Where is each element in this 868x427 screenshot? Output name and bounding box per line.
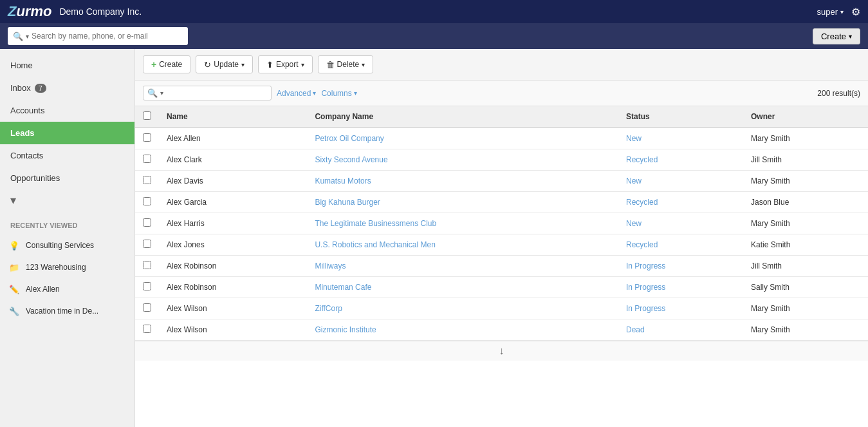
recent-item-consulting[interactable]: 💡 Consulting Services (0, 234, 134, 256)
row-checkbox[interactable] (143, 176, 151, 184)
row-name: Alex Davis (159, 171, 307, 192)
row-checkbox[interactable] (143, 155, 151, 163)
row-checkbox[interactable] (143, 303, 151, 312)
table-row: Alex Allen Petrox Oil Company New Mary S… (135, 128, 868, 149)
row-owner: Mary Smith (743, 128, 868, 149)
row-company[interactable]: Gizmonic Institute (307, 319, 618, 341)
row-name: Alex Wilson (159, 319, 307, 341)
sidebar-item-label: Home (10, 61, 33, 70)
row-checkbox-cell[interactable] (135, 213, 159, 234)
row-company[interactable]: Kumatsu Motors (307, 171, 618, 192)
delete-button[interactable]: 🗑 Delete ▾ (318, 55, 374, 73)
row-checkbox-cell[interactable] (135, 234, 159, 256)
row-company[interactable]: The Legitimate Businessmens Club (307, 213, 618, 234)
table-row: Alex Garcia Big Kahuna Burger Recycled J… (135, 192, 868, 213)
row-company[interactable]: Big Kahuna Burger (307, 192, 618, 213)
row-checkbox-cell[interactable] (135, 298, 159, 319)
advanced-button[interactable]: Advanced ▾ (277, 89, 316, 98)
row-company[interactable]: U.S. Robotics and Mechanical Men (307, 234, 618, 256)
row-status: New (618, 213, 743, 234)
row-status: In Progress (618, 277, 743, 298)
search-input-wrap[interactable]: 🔍 ▾ (8, 27, 188, 45)
table-row: Alex Wilson Gizmonic Institute Dead Mary… (135, 319, 868, 341)
scroll-indicator: ↓ (135, 341, 868, 361)
sidebar-item-label: Inbox (10, 83, 31, 93)
search-input[interactable] (32, 32, 183, 41)
row-company[interactable]: ZiffCorp (307, 298, 618, 319)
row-name: Alex Garcia (159, 192, 307, 213)
row-checkbox[interactable] (143, 218, 151, 227)
row-status: Dead (618, 319, 743, 341)
col-owner: Owner (743, 106, 868, 128)
delete-icon: 🗑 (326, 60, 335, 70)
row-owner: Jill Smith (743, 256, 868, 277)
row-name: Alex Harris (159, 213, 307, 234)
create-button[interactable]: + Create (143, 55, 190, 73)
row-checkbox-cell[interactable] (135, 256, 159, 277)
row-checkbox[interactable] (143, 240, 151, 248)
user-menu[interactable]: super ▾ (817, 7, 844, 17)
update-chevron: ▾ (241, 61, 245, 68)
row-owner: Mary Smith (743, 213, 868, 234)
export-icon: ⬆ (266, 60, 273, 70)
row-company[interactable]: Sixty Second Avenue (307, 149, 618, 171)
row-checkbox[interactable] (143, 261, 151, 269)
col-status: Status (618, 106, 743, 128)
sidebar-item-home[interactable]: Home (0, 54, 134, 77)
row-company[interactable]: Milliways (307, 256, 618, 277)
logo: Zurmo (8, 3, 51, 20)
sidebar-item-label: Accounts (10, 106, 44, 115)
row-checkbox-cell[interactable] (135, 171, 159, 192)
row-owner: Jason Blue (743, 192, 868, 213)
recently-viewed-label: Recently Viewed (0, 216, 134, 234)
row-checkbox-cell[interactable] (135, 277, 159, 298)
col-name: Name (159, 106, 307, 128)
row-status: In Progress (618, 298, 743, 319)
sidebar: Home Inbox 7 Accounts Leads Contacts Opp… (0, 49, 135, 427)
row-checkbox-cell[interactable] (135, 128, 159, 149)
recent-item-alex-allen[interactable]: ✏️ Alex Allen (0, 278, 134, 300)
columns-button[interactable]: Columns ▾ (321, 89, 356, 98)
row-checkbox-cell[interactable] (135, 192, 159, 213)
filter-dropdown-btn[interactable]: ▾ (160, 90, 163, 97)
recent-item-label: Vacation time in De... (26, 307, 98, 316)
inbox-badge: 7 (35, 84, 46, 93)
row-name: Alex Allen (159, 128, 307, 149)
sidebar-item-inbox[interactable]: Inbox 7 (0, 77, 134, 99)
row-checkbox[interactable] (143, 133, 151, 142)
sidebar-item-opportunities[interactable]: Opportunities (0, 167, 134, 189)
filter-search-input[interactable] (166, 89, 267, 98)
row-company[interactable]: Minuteman Cafe (307, 277, 618, 298)
sidebar-item-contacts[interactable]: Contacts (0, 144, 134, 167)
row-owner: Mary Smith (743, 298, 868, 319)
filter-search-wrap[interactable]: 🔍 ▾ (143, 86, 272, 100)
row-owner: Mary Smith (743, 319, 868, 341)
recent-item-label: Consulting Services (26, 241, 94, 250)
leads-table: Name Company Name Status Owner Alex Alle… (135, 106, 868, 341)
export-button[interactable]: ⬆ Export ▾ (258, 55, 313, 73)
sidebar-more-button[interactable]: ▾ (0, 189, 134, 211)
row-name: Alex Robinson (159, 277, 307, 298)
update-button[interactable]: ↻ Update ▾ (196, 55, 253, 73)
row-checkbox[interactable] (143, 197, 151, 205)
company-name: Demo Company Inc. (59, 6, 142, 17)
settings-icon[interactable]: ⚙ (851, 6, 860, 18)
recent-item-warehousing[interactable]: 📁 123 Warehousing (0, 256, 134, 278)
recent-item-vacation[interactable]: 🔧 Vacation time in De... (0, 300, 134, 322)
plus-icon: + (151, 59, 156, 70)
sidebar-item-accounts[interactable]: Accounts (0, 99, 134, 122)
sidebar-item-leads[interactable]: Leads (0, 122, 134, 144)
table-row: Alex Jones U.S. Robotics and Mechanical … (135, 234, 868, 256)
row-company[interactable]: Petrox Oil Company (307, 128, 618, 149)
sidebar-item-label: Opportunities (10, 173, 60, 183)
global-create-button[interactable]: Create ▾ (813, 28, 860, 44)
row-checkbox-cell[interactable] (135, 149, 159, 171)
search-type-dropdown[interactable]: ▾ (26, 33, 29, 40)
row-checkbox[interactable] (143, 325, 151, 333)
select-all-checkbox[interactable] (143, 111, 151, 120)
row-checkbox-cell[interactable] (135, 319, 159, 341)
table-row: Alex Davis Kumatsu Motors New Mary Smith (135, 171, 868, 192)
row-checkbox[interactable] (143, 282, 151, 290)
select-all-header[interactable] (135, 106, 159, 128)
row-status: Recycled (618, 234, 743, 256)
